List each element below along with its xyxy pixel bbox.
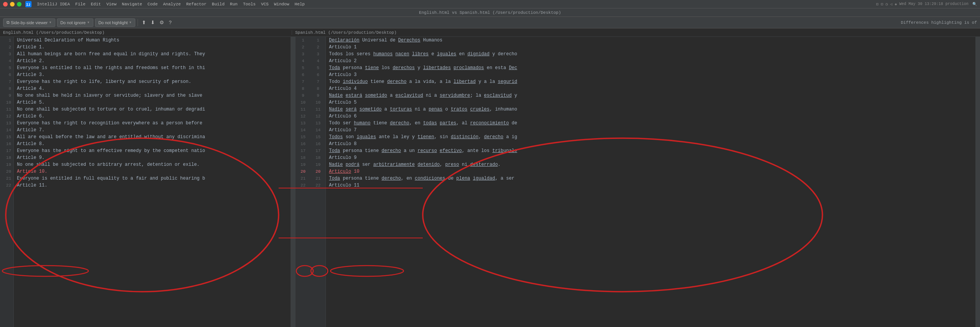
right-code-line: Nadie será sometido a torturas ni a pena… — [329, 106, 972, 113]
menu-build[interactable]: Build — [209, 1, 227, 7]
right-code-line: Todos son iguales ante la ley y tienen, … — [329, 134, 972, 140]
app-container: IJ IntelliJ IDEA File Edit View Navigate… — [0, 0, 980, 327]
menu-view[interactable]: View — [104, 1, 119, 7]
right-scroll-gutter[interactable] — [975, 37, 980, 327]
prev-diff-button[interactable]: ⬆ — [140, 19, 148, 26]
right-code-line: Artículo 2 — [329, 58, 972, 64]
menu-help[interactable]: Help — [292, 1, 307, 7]
right-code-line: Declaración Universal de Derechos Humano… — [329, 37, 972, 44]
menu-tools[interactable]: Tools — [241, 1, 258, 7]
left-code-line: Article 1. — [17, 44, 287, 51]
right-code-line: Artículo 8 — [329, 140, 972, 147]
menu-code[interactable]: Code — [145, 1, 160, 7]
minimize-button[interactable] — [10, 2, 15, 7]
left-code-line: Everyone is entitled in full equality to… — [17, 175, 287, 182]
right-code-line: Todo individuo tiene derecho a la vida, … — [329, 78, 972, 85]
right-code-line: Artículo 4 — [329, 85, 972, 92]
side-by-side-viewer-button[interactable]: ⧉ Side-by-side viewer ▼ — [3, 18, 55, 27]
next-diff-button[interactable]: ⬇ — [149, 19, 156, 26]
right-code-line: Artículo 1 — [329, 44, 972, 51]
intellij-icon: IJ — [25, 1, 32, 7]
right-code-line: Artículo 7 — [329, 127, 972, 134]
right-code-line: Toda persona tiene los derechos y libert… — [329, 64, 972, 71]
menu-refactor[interactable]: Refactor — [184, 1, 209, 7]
right-code-line: Todo ser humano tiene derecho, en todas … — [329, 120, 972, 127]
right-code-line: Artículo 6 — [329, 113, 972, 120]
right-code-line: Toda persona tiene derecho, en condicion… — [329, 175, 972, 182]
menu-edit[interactable]: Edit — [88, 1, 103, 7]
dropdown-arrow-icon: ▼ — [49, 21, 52, 24]
left-code-line: Article 2. — [17, 58, 287, 64]
right-code-line: Artículo 11 — [329, 182, 972, 189]
left-code-line: Article 4. — [17, 85, 287, 92]
toolbar-separator — [138, 19, 138, 26]
window-title: English.html vs Spanish.html (/Users/pro… — [419, 10, 561, 15]
side-by-side-icon: ⧉ — [7, 20, 10, 25]
left-code-line: No one shall be subjected to torture or … — [17, 106, 287, 113]
diff-highlight-info: Differences highlighting is of — [901, 20, 977, 25]
left-code-line: Article 6. — [17, 113, 287, 120]
close-button[interactable] — [3, 2, 8, 7]
maximize-button[interactable] — [17, 2, 22, 7]
svg-text:IJ: IJ — [26, 3, 30, 7]
right-code-line: Artículo 3 — [329, 71, 972, 78]
right-code-line: Artículo 10 — [329, 168, 972, 175]
left-filepath: English.html (/Users/production/Desktop) — [0, 30, 292, 35]
left-code-line: Everyone has the right to recognition ev… — [17, 120, 287, 127]
menu-navigate[interactable]: Navigate — [120, 1, 145, 7]
left-scroll-gutter[interactable] — [291, 37, 295, 327]
right-code-line: Artículo 5 — [329, 99, 972, 106]
left-code-line: Everyone has the right to life, liberty … — [17, 78, 287, 85]
left-code-line: Article 7. — [17, 127, 287, 134]
left-code-line: Article 3. — [17, 71, 287, 78]
left-code-line: No one shall be held in slavery or servi… — [17, 92, 287, 99]
left-code-line: Article 11. — [17, 182, 287, 189]
traffic-lights — [3, 2, 22, 7]
do-not-ignore-button[interactable]: Do not ignore ▼ — [57, 18, 93, 27]
menu-file[interactable]: File — [73, 1, 88, 7]
right-code-line: Toda persona tiene derecho a un recurso … — [329, 147, 972, 154]
left-code-line: Article 10. — [17, 168, 287, 175]
do-not-highlight-button[interactable]: Do not highlight ▼ — [95, 18, 135, 27]
center-line-numbers: 12345678910111213141516171819202122 1234… — [295, 37, 326, 327]
right-filepath: Spanish.html (/Users/production/Desktop) — [292, 30, 400, 35]
left-line-numbers: 12345678910111213141516171819202122 — [0, 37, 14, 327]
left-code-line: All human beings are born free and equal… — [17, 51, 287, 58]
left-code-line: Everyone is entitled to all the rights a… — [17, 64, 287, 71]
left-code-line: Article 5. — [17, 99, 287, 106]
left-code-line: Universal Declaration of Human Rights — [17, 37, 287, 44]
help-button[interactable]: ? — [167, 19, 173, 26]
menu-vcs[interactable]: VCS — [259, 1, 271, 7]
right-code-panel[interactable]: Declaración Universal de Derechos Humano… — [326, 37, 975, 327]
menu-analyze[interactable]: Analyze — [161, 1, 183, 7]
toolbar: ⧉ Side-by-side viewer ▼ Do not ignore ▼ … — [0, 17, 980, 28]
right-code-line: Todos los seres humanos nacen libres e i… — [329, 51, 972, 58]
left-code-line: Article 8. — [17, 140, 287, 147]
menu-run[interactable]: Run — [228, 1, 240, 7]
left-code-panel[interactable]: Universal Declaration of Human RightsArt… — [14, 37, 291, 327]
titlebar: English.html vs Spanish.html (/Users/pro… — [0, 8, 980, 17]
dropdown-arrow-icon: ▼ — [129, 21, 132, 24]
left-code-line: All are equal before the law and are ent… — [17, 134, 287, 140]
left-code-line: Everyone has the right to an effective r… — [17, 147, 287, 154]
right-code-line: Artículo 9 — [329, 154, 972, 161]
left-code-line: No one shall be subjected to arbitrary a… — [17, 161, 287, 168]
diff-container: 12345678910111213141516171819202122 Univ… — [0, 37, 980, 327]
filepath-bar: English.html (/Users/production/Desktop)… — [0, 28, 980, 37]
menubar: IJ IntelliJ IDEA File Edit View Navigate… — [0, 0, 980, 8]
dropdown-arrow-icon: ▼ — [87, 21, 90, 24]
left-code-line: Article 9. — [17, 154, 287, 161]
right-code-line: Nadie podrá ser arbitrariamente detenido… — [329, 161, 972, 168]
menu-window[interactable]: Window — [272, 1, 292, 7]
menu-intellij[interactable]: IntelliJ IDEA — [35, 1, 72, 7]
settings-button[interactable]: ⚙ — [158, 19, 166, 26]
right-code-line: Nadie estará sometido a esclavitud ni a … — [329, 92, 972, 99]
